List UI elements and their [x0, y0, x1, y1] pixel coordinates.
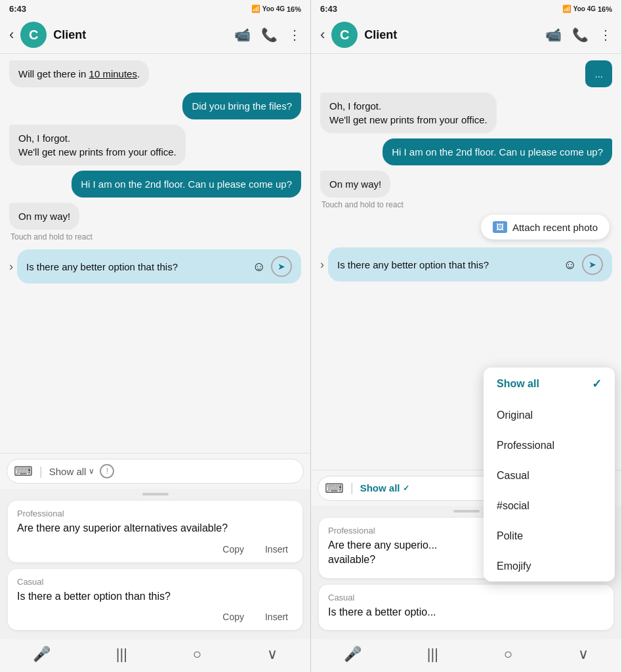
left-divider: |	[39, 465, 43, 478]
left-mic-icon[interactable]: 🎤	[33, 646, 51, 663]
left-avatar: C	[20, 22, 47, 48]
right-recent-icon[interactable]: |||	[427, 646, 438, 663]
left-info-icon[interactable]: !	[100, 464, 114, 478]
right-signal-icon: Yoo 4G	[573, 5, 596, 12]
left-suggestion-label-2: Casual	[17, 577, 293, 587]
dropdown-casual-label: Casual	[497, 470, 529, 482]
left-copy-btn-1[interactable]: Copy	[217, 541, 249, 557]
right-msg-sent-top: ...	[585, 60, 612, 87]
dropdown-social-label: #social	[497, 500, 529, 512]
right-show-all-label: Show all	[360, 482, 400, 494]
left-expand-arrow[interactable]: ›	[9, 260, 13, 274]
dropdown-item-polite[interactable]: Polite	[484, 521, 615, 551]
wifi-icon: 📶	[251, 5, 260, 13]
left-suggestion-text-2: Is there a better option than this?	[17, 589, 293, 604]
dropdown-item-professional[interactable]: Professional	[484, 430, 615, 461]
right-input-selected[interactable]: Is there any better option that this? ☺ …	[328, 247, 612, 282]
dropdown-professional-label: Professional	[497, 440, 554, 452]
left-insert-btn-2[interactable]: Insert	[260, 609, 293, 625]
right-msg-sent-1: Hi I am on the 2nd floor. Can u please c…	[383, 138, 612, 165]
left-chat-header: ‹ C Client 📹 📞 ⋮	[0, 16, 310, 54]
dropdown-item-social[interactable]: #social	[484, 491, 615, 521]
right-back-button[interactable]: ‹	[320, 26, 325, 43]
dropdown-item-casual[interactable]: Casual	[484, 461, 615, 491]
right-input-text: Is there any better option that this?	[337, 259, 558, 270]
right-send-btn[interactable]: ➤	[582, 254, 603, 275]
left-keyboard-icon[interactable]: ⌨	[14, 463, 33, 479]
dropdown-item-show-all[interactable]: Show all ✓	[484, 368, 615, 400]
left-header-icons: 📹 📞 ⋮	[234, 27, 301, 43]
left-send-btn[interactable]: ➤	[271, 256, 292, 277]
right-drag-handle	[453, 510, 480, 513]
right-down-icon[interactable]: ∨	[578, 646, 589, 663]
left-input-selected[interactable]: Is there any better option that this? ☺ …	[17, 249, 301, 284]
right-show-all-btn[interactable]: Show all ✓	[360, 482, 409, 494]
left-panel: 6:43 📶 Yoo 4G 16% ‹ C Client 📹 📞 ⋮ Will …	[0, 0, 311, 672]
touch-hold-hint: Touch and hold to react	[10, 232, 93, 242]
phone-call-icon[interactable]: 📞	[261, 27, 278, 43]
left-status-bar: 6:43 📶 Yoo 4G 16%	[0, 0, 310, 16]
left-recent-icon[interactable]: |||	[116, 646, 127, 663]
right-status-bar: 6:43 📶 Yoo 4G 16%	[311, 0, 621, 16]
left-suggestions-panel: Professional Are there any superior alte…	[0, 489, 310, 639]
msg-received-1: Will get there in 10 minutes.	[9, 60, 149, 87]
right-emoji-btn[interactable]: ☺	[564, 257, 577, 272]
right-expand-arrow[interactable]: ›	[320, 258, 324, 272]
left-input-bar: ⌨ | Show all ∨ !	[0, 453, 310, 489]
more-options-icon[interactable]: ⋮	[288, 27, 301, 43]
msg-received-2: Oh, I forgot.We'll get new prints from y…	[9, 125, 186, 165]
left-nav-bar: 🎤 ||| ○ ∨	[0, 639, 310, 672]
left-copy-btn-2[interactable]: Copy	[217, 609, 249, 625]
dropdown-item-emojify[interactable]: Emojify	[484, 551, 615, 581]
right-time: 6:43	[320, 4, 337, 14]
msg-sent-2: Hi I am on the 2nd floor. Can u please c…	[72, 171, 301, 198]
left-insert-btn-1[interactable]: Insert	[260, 541, 293, 557]
right-panel: 6:43 📶 Yoo 4G 16% ‹ C Client 📹 📞 ⋮ ... O…	[311, 0, 622, 672]
attach-photo-icon: 🖼	[493, 221, 507, 233]
left-time: 6:43	[9, 4, 26, 14]
right-mic-icon[interactable]: 🎤	[344, 646, 362, 663]
left-input-text: Is there any better option that this?	[26, 261, 247, 272]
left-show-all-label: Show all	[49, 466, 87, 477]
right-chevron-icon: ✓	[403, 484, 409, 493]
right-avatar: C	[331, 22, 358, 48]
left-input-row: ⌨ | Show all ∨ !	[7, 459, 304, 484]
dropdown-item-original[interactable]: Original	[484, 400, 615, 430]
left-messages: Will get there in 10 minutes. Did you br…	[0, 54, 310, 453]
right-chat-header: ‹ C Client 📹 📞 ⋮	[311, 16, 621, 54]
video-call-icon[interactable]: 📹	[234, 27, 251, 43]
left-bubble-actions: ☺ ➤	[253, 256, 292, 277]
left-suggestion-label-1: Professional	[17, 509, 293, 518]
dropdown-original-label: Original	[497, 410, 533, 421]
right-bubble-actions: ☺ ➤	[564, 254, 603, 275]
right-msg-received-2: On my way!	[320, 171, 390, 198]
dropdown-emojify-label: Emojify	[497, 560, 531, 572]
right-status-icons: 📶 Yoo 4G 16%	[562, 5, 612, 13]
attach-photo-button[interactable]: 🖼 Attach recent photo	[481, 215, 610, 240]
left-drag-handle	[142, 493, 169, 495]
dropdown-polite-label: Polite	[497, 530, 523, 542]
msg-received-3: On my way!	[9, 203, 79, 230]
right-suggestion-label-2: Casual	[328, 593, 604, 602]
left-suggestion-actions-2: Copy Insert	[17, 609, 293, 625]
right-wifi-icon: 📶	[562, 5, 571, 13]
right-keyboard-icon[interactable]: ⌨	[325, 480, 344, 496]
battery-icon: 16%	[287, 5, 301, 13]
left-suggestion-actions-1: Copy Insert	[17, 541, 293, 557]
left-back-button[interactable]: ‹	[9, 26, 14, 43]
left-status-icons: 📶 Yoo 4G 16%	[251, 5, 301, 13]
right-video-call-icon[interactable]: 📹	[545, 27, 562, 43]
right-nav-bar: 🎤 ||| ○ ∨	[311, 639, 621, 672]
dropdown-check-icon: ✓	[592, 377, 602, 391]
attach-photo-label: Attach recent photo	[512, 222, 598, 233]
left-contact-name: Client	[53, 28, 228, 42]
right-home-icon[interactable]: ○	[504, 646, 512, 663]
dropdown-show-all-label: Show all	[497, 378, 539, 390]
right-divider: |	[350, 481, 354, 495]
left-emoji-btn[interactable]: ☺	[253, 259, 266, 274]
left-show-all-btn[interactable]: Show all ∨	[49, 466, 95, 477]
right-phone-call-icon[interactable]: 📞	[572, 27, 589, 43]
right-more-options-icon[interactable]: ⋮	[599, 27, 612, 43]
left-home-icon[interactable]: ○	[193, 646, 201, 663]
left-down-icon[interactable]: ∨	[267, 646, 278, 663]
